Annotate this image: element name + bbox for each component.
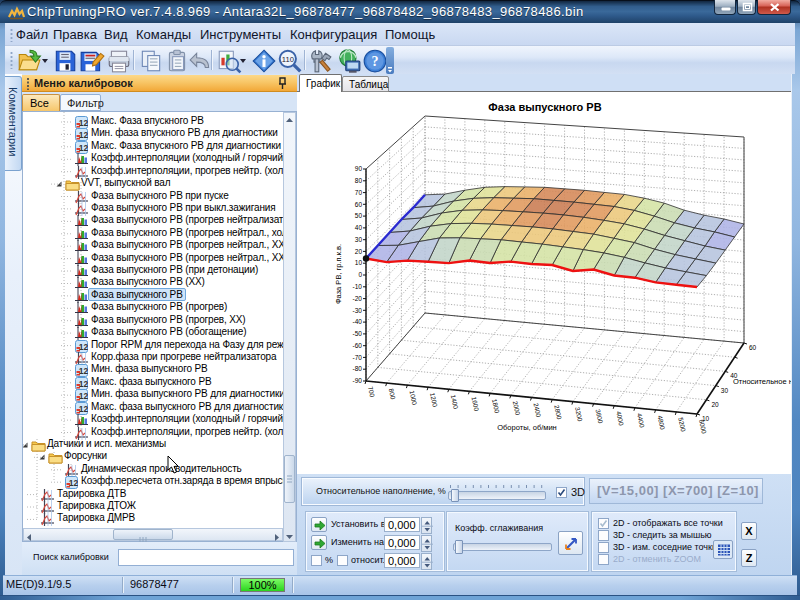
- svg-text:-50: -50: [353, 330, 363, 337]
- svg-text:-60: -60: [353, 342, 363, 349]
- svg-text:-80: -80: [353, 365, 363, 372]
- svg-text:Фаза РВ, гр.п.к.в.: Фаза РВ, гр.п.к.в.: [334, 244, 343, 304]
- svg-text:80: 80: [355, 177, 363, 184]
- svg-text:Обороты, об/мин: Обороты, об/мин: [497, 423, 557, 432]
- svg-text:0: 0: [358, 271, 362, 278]
- svg-text:60: 60: [355, 201, 363, 208]
- svg-text:40: 40: [355, 224, 363, 231]
- svg-text:-10: -10: [353, 283, 363, 290]
- svg-text:-20: -20: [353, 295, 363, 302]
- svg-text:90: 90: [355, 165, 363, 172]
- svg-text:Относительное наполнение: Относительное наполнение: [733, 377, 791, 386]
- svg-text:110: 110: [282, 55, 294, 64]
- svg-text:20: 20: [355, 248, 363, 255]
- svg-text:30: 30: [355, 236, 363, 243]
- svg-text:10: 10: [702, 415, 710, 422]
- svg-text:20: 20: [711, 401, 719, 408]
- svg-text:-30: -30: [353, 307, 363, 314]
- svg-text:30: 30: [721, 387, 729, 394]
- svg-text:-90: -90: [353, 377, 363, 384]
- svg-text:-40: -40: [353, 318, 363, 325]
- svg-text:60: 60: [749, 344, 757, 351]
- svg-text:50: 50: [355, 212, 363, 219]
- svg-text:?: ?: [371, 53, 378, 69]
- svg-text:-70: -70: [353, 354, 363, 361]
- svg-text:70: 70: [355, 189, 363, 196]
- svg-text:10: 10: [355, 259, 363, 266]
- svg-text:Фаза выпускного РВ: Фаза выпускного РВ: [488, 101, 601, 113]
